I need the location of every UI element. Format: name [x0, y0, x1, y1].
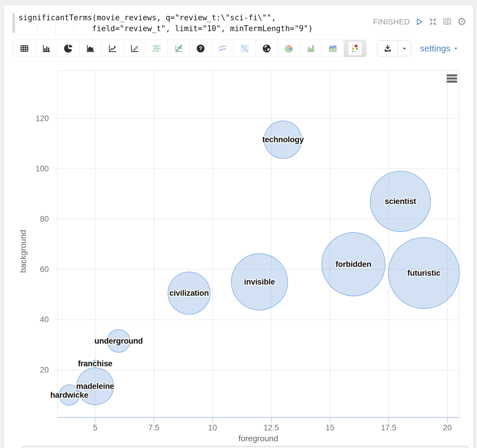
pie-chart-icon	[63, 44, 73, 54]
pie-chart-color-icon	[284, 44, 294, 54]
chart-context-menu-button[interactable]	[446, 74, 457, 83]
status-badge: FINISHED	[373, 17, 410, 26]
bubble-forbidden[interactable]	[322, 233, 385, 296]
bar-chart-icon	[41, 44, 51, 54]
table-icon	[19, 44, 29, 54]
code-line-2: field="review_t", limit="10", minTermLen…	[19, 23, 313, 34]
indent-guide	[55, 25, 56, 35]
compress-icon[interactable]	[429, 17, 437, 26]
bubble-futuristic[interactable]	[388, 238, 459, 309]
column-chart-green-icon	[306, 44, 316, 54]
bubble-scientist[interactable]	[370, 171, 431, 232]
chart-type-button-column-chart-green[interactable]	[300, 40, 322, 57]
bubble-underground[interactable]	[107, 330, 130, 352]
chart-type-toolbar: ?	[13, 40, 366, 57]
download-split-button	[377, 40, 411, 56]
chart-type-button-pie-chart[interactable]	[58, 40, 80, 57]
hamburger-icon	[446, 78, 457, 80]
bubble-civilization[interactable]	[168, 272, 210, 314]
hamburger-icon	[446, 74, 457, 76]
code-editor[interactable]: significantTerms(movie_reviews, q="revie…	[19, 12, 313, 34]
indent-guide	[37, 25, 37, 35]
multi-line-chart-icon	[218, 44, 228, 54]
heatmap-icon	[240, 44, 250, 54]
download-button[interactable]	[377, 41, 398, 56]
bubble-invisible[interactable]	[231, 254, 288, 310]
bubble-technology[interactable]	[264, 121, 302, 158]
hamburger-icon	[446, 81, 457, 83]
chart-type-button-stacked-area-chart[interactable]	[322, 40, 344, 57]
area-chart-icon	[85, 44, 95, 54]
indent-guide	[92, 25, 93, 35]
chart-type-button-pie-chart-color[interactable]	[278, 40, 300, 57]
bubble-grid-icon	[152, 44, 162, 54]
book-icon[interactable]	[442, 17, 452, 26]
download-options-caret[interactable]	[398, 41, 411, 56]
chart-type-button-help[interactable]: ?	[190, 40, 212, 57]
caret-down-icon	[453, 46, 459, 51]
chart-type-button-line-chart[interactable]	[102, 40, 124, 57]
chart-type-button-area-chart[interactable]	[80, 40, 102, 57]
stacked-area-chart-icon	[328, 44, 338, 54]
chart-type-button-bar-chart[interactable]	[36, 40, 58, 57]
chart-type-button-heatmap[interactable]	[234, 40, 256, 57]
next-paragraph-edge	[21, 446, 469, 448]
indent-guide	[73, 25, 74, 35]
gear-icon[interactable]: ⚙	[457, 16, 466, 27]
chart-type-button-bubble-grid[interactable]	[146, 40, 168, 57]
bubble-franchise[interactable]	[92, 360, 99, 367]
paragraph-focus-bar	[12, 14, 15, 33]
line-chart-icon	[108, 44, 117, 54]
bubble-scatter-icon	[174, 44, 184, 54]
settings-label: settings	[420, 44, 450, 54]
code-line-1: significantTerms(movie_reviews, q="revie…	[19, 13, 276, 22]
chart-type-button-bubble-chart[interactable]	[344, 40, 366, 57]
bubble-hardwicke[interactable]	[59, 385, 80, 405]
bubble-chart-icon	[348, 42, 362, 55]
scatter-plot-icon	[130, 44, 140, 54]
chart-type-button-bubble-scatter[interactable]	[168, 40, 190, 57]
settings-toggle[interactable]: settings	[420, 40, 459, 56]
chart-type-button-scatter-plot[interactable]	[124, 40, 146, 57]
svg-text:?: ?	[199, 46, 202, 51]
chart-type-button-table[interactable]	[14, 40, 36, 57]
chart-type-button-multi-line-chart[interactable]	[212, 40, 234, 57]
paragraph-controls: FINISHED ⚙	[373, 15, 467, 29]
chart-type-button-globe[interactable]	[256, 40, 278, 57]
globe-icon	[262, 44, 272, 54]
bubble-madeleine[interactable]	[77, 368, 114, 405]
help-icon: ?	[196, 44, 206, 54]
play-icon[interactable]	[415, 17, 424, 26]
